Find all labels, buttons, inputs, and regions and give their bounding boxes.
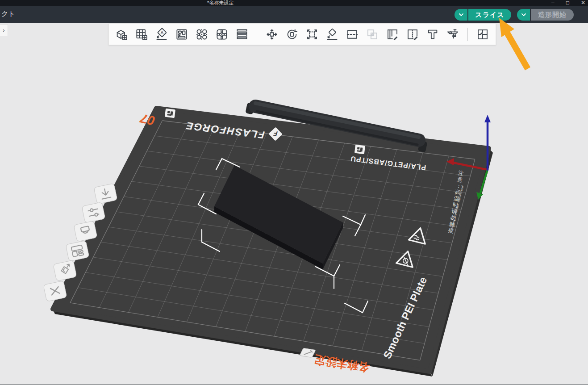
close-button[interactable]: ✕	[581, 0, 585, 5]
menu-item-project[interactable]: クト	[1, 10, 15, 18]
title-bar: *名称未設定 – □ ✕	[0, 0, 588, 6]
cut-button[interactable]	[345, 27, 359, 42]
align-squares-icon	[215, 28, 229, 41]
add-text-button[interactable]	[425, 27, 440, 42]
print-split-button: 造形開始	[517, 9, 574, 21]
lay-on-face-button[interactable]	[325, 27, 339, 42]
scale-icon	[305, 28, 319, 41]
toolbar-separator	[257, 28, 257, 41]
paint-seam-icon	[406, 28, 419, 41]
rotate-button[interactable]	[285, 27, 299, 42]
plate-marker-icon	[354, 145, 365, 155]
add-model-button[interactable]	[114, 27, 129, 42]
boolean-icon	[366, 28, 379, 41]
print-dropdown-button[interactable]	[517, 9, 530, 21]
chevron-down-icon	[521, 13, 526, 17]
move-icon	[265, 28, 279, 41]
svg-text:A: A	[160, 30, 163, 35]
scale-button[interactable]	[305, 27, 319, 42]
lay-on-face-icon	[325, 28, 339, 41]
sidebar-expand-button[interactable]: ›	[0, 24, 8, 36]
viewport-3d[interactable]: 07 FLASHFORGE F PLA/PETG/ABS/TPU 注意：高温时请…	[0, 23, 588, 385]
slicer-window: *名称未設定 – □ ✕ クト スライス 造形開始	[0, 0, 588, 385]
maximize-button[interactable]: □	[566, 0, 569, 5]
object-list-icon	[235, 28, 249, 41]
move-button[interactable]	[265, 27, 279, 42]
auto-arrange-icon: A	[155, 28, 168, 41]
rotate-icon	[285, 28, 299, 41]
plate-marker-icon	[165, 109, 175, 118]
slice-split-button: スライス	[455, 9, 511, 21]
align-circles-button[interactable]	[195, 27, 209, 42]
measure-icon	[446, 28, 459, 41]
add-plate-icon	[135, 28, 148, 41]
paint-support-icon	[386, 28, 399, 41]
add-model-icon	[115, 28, 128, 41]
align-squares-button[interactable]	[215, 27, 229, 42]
measure-button[interactable]	[446, 27, 460, 42]
toolbar-separator	[467, 28, 468, 41]
paint-seam-button[interactable]	[405, 27, 420, 42]
object-toolbar: A	[108, 23, 496, 45]
add-text-icon	[426, 28, 439, 41]
cut-icon	[346, 28, 359, 41]
auto-arrange-button[interactable]: A	[154, 27, 169, 42]
minimize-button[interactable]: –	[551, 0, 555, 5]
slice-button[interactable]: スライス	[468, 9, 511, 21]
arrange-objects-button[interactable]	[175, 27, 189, 42]
paint-support-button[interactable]	[385, 27, 400, 42]
plugin-icon	[476, 28, 489, 41]
align-circles-icon	[195, 28, 209, 41]
build-plate-scene: 07 FLASHFORGE F PLA/PETG/ABS/TPU 注意：高温时请…	[0, 23, 588, 385]
window-title: *名称未設定	[207, 0, 234, 6]
action-buttons: スライス 造形開始	[455, 9, 574, 21]
object-list-button[interactable]	[235, 27, 249, 42]
chevron-right-icon: ›	[3, 27, 4, 33]
plugin-button[interactable]	[475, 27, 490, 42]
menu-bar: クト スライス 造形開始	[0, 6, 588, 23]
start-print-button[interactable]: 造形開始	[531, 9, 574, 21]
add-plate-button[interactable]	[134, 27, 149, 42]
slice-dropdown-button[interactable]	[455, 9, 467, 21]
boolean-button[interactable]	[365, 27, 379, 42]
arrange-objects-icon	[175, 28, 188, 41]
chevron-down-icon	[459, 13, 464, 17]
